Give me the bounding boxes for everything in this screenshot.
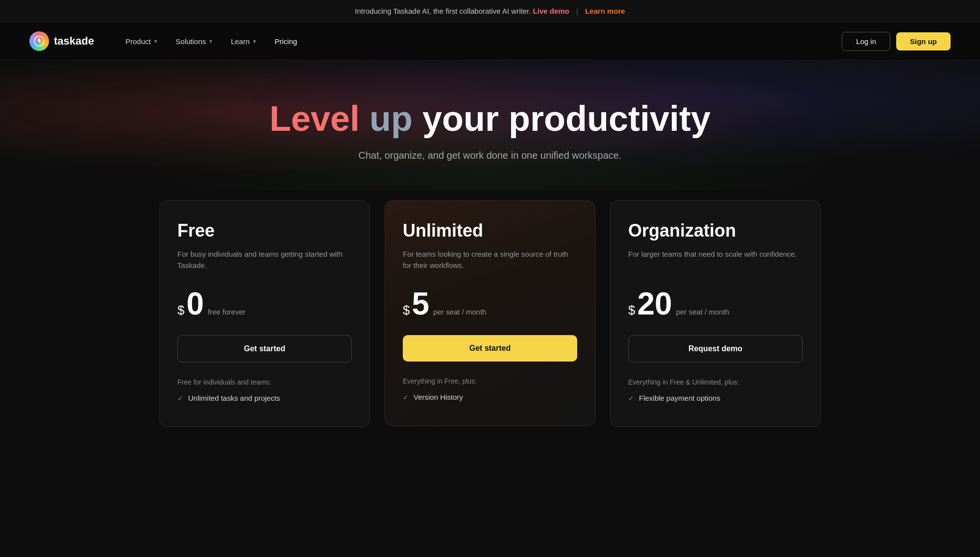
request-demo-button[interactable]: Request demo xyxy=(628,335,803,363)
plan-price-unlimited: $ 5 per seat / month xyxy=(403,288,577,319)
live-demo-link[interactable]: Live demo xyxy=(533,7,569,15)
pricing-card-free: Free For busy individuals and teams gett… xyxy=(159,200,370,427)
nav-item-pricing[interactable]: Pricing xyxy=(268,33,304,49)
price-currency-organization: $ xyxy=(628,303,635,318)
check-icon: ✓ xyxy=(628,394,634,402)
nav-item-learn[interactable]: Learn ▼ xyxy=(224,33,264,49)
plan-desc-free: For busy individuals and teams getting s… xyxy=(177,249,352,272)
feature-text-organization-0: Flexible payment options xyxy=(639,394,720,402)
hero-title: Level up your productivity xyxy=(20,99,960,138)
nav-learn-label: Learn xyxy=(231,37,249,46)
plan-name-unlimited: Unlimited xyxy=(403,220,577,241)
features-label-free: Free for individuals and teams: xyxy=(177,378,352,386)
hero-title-rest: your productivity xyxy=(422,99,710,138)
hero-title-level: Level xyxy=(270,99,360,138)
check-icon: ✓ xyxy=(177,394,183,402)
learn-more-link[interactable]: Learn more xyxy=(585,7,625,15)
price-period-free: free forever xyxy=(208,308,245,316)
announcement-bar: Introducing Taskade AI, the first collab… xyxy=(0,0,980,23)
chevron-down-icon: ▼ xyxy=(252,39,257,44)
hero-subtitle: Chat, organize, and get work done in one… xyxy=(343,150,637,161)
pricing-card-unlimited: Unlimited For teams looking to create a … xyxy=(385,200,595,426)
check-icon: ✓ xyxy=(403,393,409,401)
plan-desc-unlimited: For teams looking to create a single sou… xyxy=(403,249,577,272)
plan-name-organization: Organization xyxy=(628,220,803,241)
nav-right: Log in Sign up xyxy=(842,32,951,51)
feature-text-free-0: Unlimited tasks and projects xyxy=(188,394,280,402)
separator: | xyxy=(576,7,578,15)
login-button[interactable]: Log in xyxy=(842,32,890,51)
price-amount-free: 0 xyxy=(186,288,204,319)
nav-links: Product ▼ Solutions ▼ Learn ▼ Pricing xyxy=(119,33,842,49)
logo-area[interactable]: taskade xyxy=(29,31,94,51)
price-period-unlimited: per seat / month xyxy=(433,308,486,316)
plan-price-organization: $ 20 per seat / month xyxy=(628,288,803,319)
logo-icon xyxy=(29,31,49,51)
get-started-unlimited-button[interactable]: Get started xyxy=(403,335,577,362)
price-amount-unlimited: 5 xyxy=(412,288,429,319)
navbar: taskade Product ▼ Solutions ▼ Learn ▼ Pr… xyxy=(0,23,980,60)
price-period-organization: per seat / month xyxy=(676,308,729,316)
price-amount-organization: 20 xyxy=(637,288,672,319)
plan-price-free: $ 0 free forever xyxy=(177,288,352,319)
feature-item-free-0: ✓ Unlimited tasks and projects xyxy=(177,394,352,402)
chevron-down-icon: ▼ xyxy=(208,39,213,44)
price-currency-unlimited: $ xyxy=(403,303,410,318)
nav-pricing-label: Pricing xyxy=(274,37,297,46)
logo-text: taskade xyxy=(54,35,94,48)
chevron-down-icon: ▼ xyxy=(153,39,158,44)
feature-item-organization-0: ✓ Flexible payment options xyxy=(628,394,803,402)
hero-section: Level up your productivity Chat, organiz… xyxy=(0,60,980,191)
pricing-section: Free For busy individuals and teams gett… xyxy=(0,191,980,457)
price-currency-free: $ xyxy=(177,303,184,318)
signup-button[interactable]: Sign up xyxy=(896,32,951,50)
plan-name-free: Free xyxy=(177,220,352,241)
feature-text-unlimited-0: Version History xyxy=(414,393,463,401)
pricing-card-organization: Organization For larger teams that need … xyxy=(610,200,821,427)
nav-item-product[interactable]: Product ▼ xyxy=(119,33,165,49)
features-label-organization: Everything in Free & Unlimited, plus: xyxy=(628,378,803,386)
logo-svg xyxy=(34,36,45,47)
features-label-unlimited: Everything in Free, plus: xyxy=(403,377,577,385)
announcement-text: Introducing Taskade AI, the first collab… xyxy=(355,7,531,15)
nav-product-label: Product xyxy=(125,37,151,46)
hero-title-up: up xyxy=(369,99,413,138)
get-started-free-button[interactable]: Get started xyxy=(177,335,352,363)
feature-item-unlimited-0: ✓ Version History xyxy=(403,393,577,401)
nav-item-solutions[interactable]: Solutions ▼ xyxy=(169,33,220,49)
plan-desc-organization: For larger teams that need to scale with… xyxy=(628,249,803,272)
nav-solutions-label: Solutions xyxy=(176,37,206,46)
